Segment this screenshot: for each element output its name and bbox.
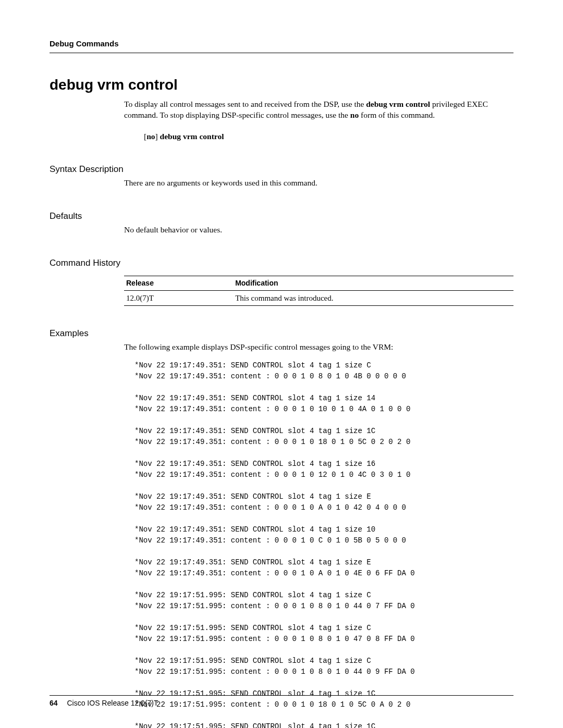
table-row: 12.0(7)T This command was introduced. — [124, 291, 513, 306]
chapter-title: Debug Commands — [50, 39, 119, 48]
syntax-form: [no] debug vrm control — [144, 131, 513, 142]
table-header-row: Release Modification — [124, 276, 513, 291]
intro-cmd: debug vrm control — [366, 100, 430, 108]
footer-release: Cisco IOS Release 12.0(7)T — [67, 699, 158, 707]
defaults-body: No default behavior or values. — [124, 225, 513, 236]
page-footer: 64 Cisco IOS Release 12.0(7)T — [50, 695, 513, 708]
command-title: debug vrm control — [50, 75, 513, 95]
section-examples: Examples — [50, 328, 513, 340]
intro-paragraph: To display all control messages sent to … — [124, 99, 513, 121]
col-modification: Modification — [233, 276, 513, 291]
intro-prefix: To display all control messages sent to … — [124, 100, 366, 108]
section-defaults: Defaults — [50, 211, 513, 223]
example-output: *Nov 22 19:17:49.351: SEND CONTROL slot … — [134, 360, 513, 728]
section-command-history: Command History — [50, 257, 513, 269]
cell-modification: This command was introduced. — [233, 291, 513, 306]
history-table: Release Modification 12.0(7)T This comma… — [124, 276, 513, 306]
page-number: 64 — [50, 699, 58, 707]
cell-release: 12.0(7)T — [124, 291, 233, 306]
intro-no: no — [350, 110, 359, 119]
section-syntax-description: Syntax Description — [50, 164, 513, 176]
examples-intro: The following example displays DSP-speci… — [124, 342, 513, 353]
syntax-no: no — [146, 132, 155, 141]
intro-suffix: form of this command. — [359, 110, 435, 119]
syntax-body: There are no arguments or keywords used … — [124, 178, 513, 189]
page-header: Debug Commands — [50, 39, 513, 53]
syntax-rest: debug vrm control — [158, 132, 224, 141]
col-release: Release — [124, 276, 233, 291]
